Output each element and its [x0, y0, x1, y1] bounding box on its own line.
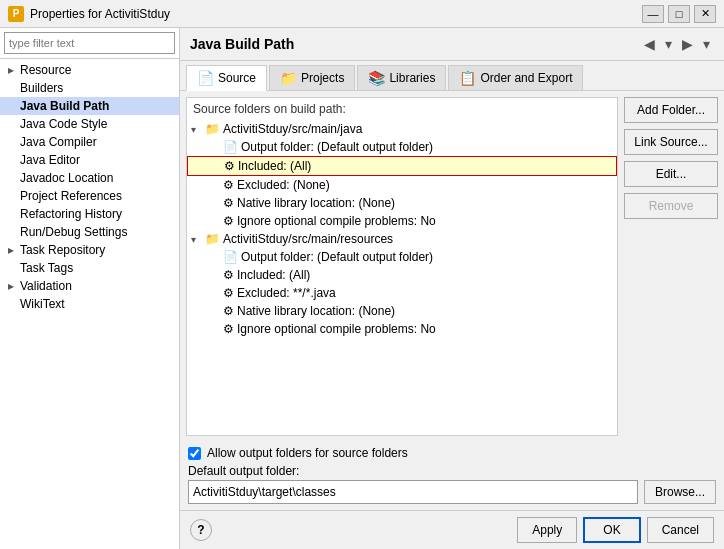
tree-item-icon: ⚙	[224, 159, 235, 173]
sidebar-item-task-repository[interactable]: ▸ Task Repository	[0, 241, 179, 259]
expand-arrow-icon: ▸	[8, 279, 18, 293]
maximize-button[interactable]: □	[668, 5, 690, 23]
sidebar-item-builders[interactable]: Builders	[0, 79, 179, 97]
tree-item-excluded-1[interactable]: ⚙Excluded: (None)	[187, 176, 617, 194]
tree-expand-arrow-icon: ▾	[191, 124, 205, 135]
add-folder-button[interactable]: Add Folder...	[624, 97, 718, 123]
tab-order-and-export[interactable]: 📋Order and Export	[448, 65, 583, 90]
filter-input[interactable]	[4, 32, 175, 54]
nav-forward-button[interactable]: ▶	[678, 34, 697, 54]
tree-item-src-main-java[interactable]: ▾📁ActivitiStduy/src/main/java	[187, 120, 617, 138]
sidebar-item-label: Project References	[20, 189, 122, 203]
close-button[interactable]: ✕	[694, 5, 716, 23]
footer: ? Apply OK Cancel	[180, 510, 724, 549]
tree-item-native-lib-2[interactable]: ⚙Native library location: (None)	[187, 302, 617, 320]
tab-projects[interactable]: 📁Projects	[269, 65, 355, 90]
sidebar-item-project-references[interactable]: Project References	[0, 187, 179, 205]
allow-output-folders-checkbox[interactable]	[188, 447, 201, 460]
checkbox-row: Allow output folders for source folders	[188, 446, 716, 460]
cancel-button[interactable]: Cancel	[647, 517, 714, 543]
tree-item-output-folder-1[interactable]: 📄Output folder: (Default output folder)	[187, 138, 617, 156]
tree-item-icon: 📁	[205, 232, 220, 246]
remove-button[interactable]: Remove	[624, 193, 718, 219]
sidebar-item-run-debug-settings[interactable]: Run/Debug Settings	[0, 223, 179, 241]
apply-button[interactable]: Apply	[517, 517, 577, 543]
sidebar-item-label: Validation	[20, 279, 72, 293]
tree-item-icon: 📁	[205, 122, 220, 136]
sidebar-item-label: WikiText	[20, 297, 65, 311]
tree-scroll[interactable]: ▾📁ActivitiStduy/src/main/java📄Output fol…	[187, 120, 617, 435]
tree-item-ignore-2[interactable]: ⚙Ignore optional compile problems: No	[187, 320, 617, 338]
expand-arrow-icon: ▸	[8, 63, 18, 77]
tree-item-label: Output folder: (Default output folder)	[241, 140, 433, 154]
help-button[interactable]: ?	[190, 519, 212, 541]
tree-item-icon: ⚙	[223, 214, 234, 228]
tab-label: Projects	[301, 71, 344, 85]
tree-item-icon: ⚙	[223, 286, 234, 300]
minimize-button[interactable]: —	[642, 5, 664, 23]
tree-expand-arrow-icon: ▾	[191, 234, 205, 245]
expand-arrow-icon: ▸	[8, 243, 18, 257]
tree-item-icon: ⚙	[223, 322, 234, 336]
tree-item-label: ActivitiStduy/src/main/resources	[223, 232, 393, 246]
sidebar-item-java-code-style[interactable]: Java Code Style	[0, 115, 179, 133]
tab-source[interactable]: 📄Source	[186, 65, 267, 91]
sidebar-item-javadoc-location[interactable]: Javadoc Location	[0, 169, 179, 187]
tree-item-output-folder-2[interactable]: 📄Output folder: (Default output folder)	[187, 248, 617, 266]
sidebar-item-validation[interactable]: ▸ Validation	[0, 277, 179, 295]
folder-input-row: Browse...	[188, 480, 716, 504]
sidebar-item-java-compiler[interactable]: Java Compiler	[0, 133, 179, 151]
order-and-export-tab-icon: 📋	[459, 70, 476, 86]
sidebar-item-java-editor[interactable]: Java Editor	[0, 151, 179, 169]
nav-dropdown-button[interactable]: ▾	[661, 34, 676, 54]
content-header: Java Build Path ◀ ▾ ▶ ▾	[180, 28, 724, 61]
tree-item-label: Excluded: (None)	[237, 178, 330, 192]
sidebar-item-label: Task Repository	[20, 243, 105, 257]
sidebar-item-label: Javadoc Location	[20, 171, 113, 185]
sidebar-item-label: Run/Debug Settings	[20, 225, 127, 239]
tree-item-icon: ⚙	[223, 268, 234, 282]
tree-item-label: Output folder: (Default output folder)	[241, 250, 433, 264]
tab-libraries[interactable]: 📚Libraries	[357, 65, 446, 90]
browse-button[interactable]: Browse...	[644, 480, 716, 504]
tree-item-ignore-1[interactable]: ⚙Ignore optional compile problems: No	[187, 212, 617, 230]
sidebar-item-task-tags[interactable]: Task Tags	[0, 259, 179, 277]
tab-label: Source	[218, 71, 256, 85]
sidebar-item-label: Java Build Path	[20, 99, 109, 113]
sidebar-item-label: Task Tags	[20, 261, 73, 275]
tree-item-native-lib-1[interactable]: ⚙Native library location: (None)	[187, 194, 617, 212]
tree-item-icon: ⚙	[223, 178, 234, 192]
output-folder-label: Default output folder:	[188, 464, 716, 478]
nav-back-button[interactable]: ◀	[640, 34, 659, 54]
tree-item-label: Native library location: (None)	[237, 196, 395, 210]
tree-panel-desc: Source folders on build path:	[187, 98, 617, 120]
tree-item-src-main-resources[interactable]: ▾📁ActivitiStduy/src/main/resources	[187, 230, 617, 248]
sidebar-item-label: Java Editor	[20, 153, 80, 167]
link-source-button[interactable]: Link Source...	[624, 129, 718, 155]
output-folder-input[interactable]	[188, 480, 638, 504]
tree-item-excluded-2[interactable]: ⚙Excluded: **/*.java	[187, 284, 617, 302]
libraries-tab-icon: 📚	[368, 70, 385, 86]
sidebar-item-wiki-text[interactable]: WikiText	[0, 295, 179, 313]
tree-item-icon: ⚙	[223, 196, 234, 210]
tab-label: Order and Export	[480, 71, 572, 85]
sidebar-item-resource[interactable]: ▸ Resource	[0, 61, 179, 79]
nav-forward-dropdown-button[interactable]: ▾	[699, 34, 714, 54]
tree-item-included-1[interactable]: ⚙Included: (All)	[187, 156, 617, 176]
tree-item-included-2[interactable]: ⚙Included: (All)	[187, 266, 617, 284]
sidebar: ▸ ResourceBuildersJava Build PathJava Co…	[0, 28, 180, 549]
sidebar-item-java-build-path[interactable]: Java Build Path	[0, 97, 179, 115]
tab-label: Libraries	[389, 71, 435, 85]
window-title: Properties for ActivitiStduy	[30, 7, 170, 21]
window-icon: P	[8, 6, 24, 22]
edit-button[interactable]: Edit...	[624, 161, 718, 187]
tree-item-label: Included: (All)	[237, 268, 310, 282]
sidebar-item-label: Resource	[20, 63, 71, 77]
content-title: Java Build Path	[190, 36, 294, 52]
tabs-bar: 📄Source📁Projects📚Libraries📋Order and Exp…	[180, 61, 724, 91]
tree-item-label: ActivitiStduy/src/main/java	[223, 122, 362, 136]
sidebar-item-refactoring-history[interactable]: Refactoring History	[0, 205, 179, 223]
content-area: Java Build Path ◀ ▾ ▶ ▾ 📄Source📁Projects…	[180, 28, 724, 549]
ok-button[interactable]: OK	[583, 517, 640, 543]
allow-output-folders-label: Allow output folders for source folders	[207, 446, 408, 460]
